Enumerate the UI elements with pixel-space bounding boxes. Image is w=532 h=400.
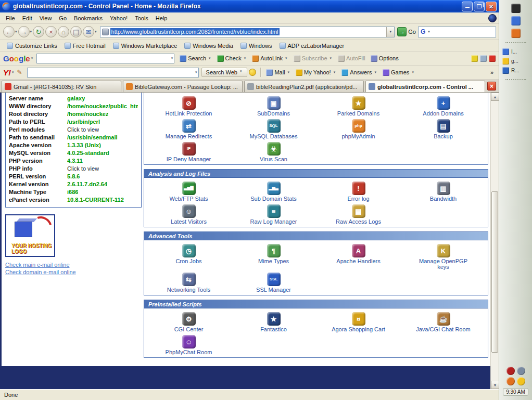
reload-icon[interactable]: ↻ — [33, 26, 44, 37]
google-search-input[interactable] — [36, 54, 174, 63]
ssl-manager[interactable]: SSLSSL Manager — [231, 271, 316, 294]
minimize-icon[interactable] — [462, 2, 473, 11]
raw-log-manager[interactable]: ≡Raw Log Manager — [231, 203, 316, 226]
yahoo-search-web-button[interactable]: Search Web — [201, 68, 248, 77]
tab-biblegateway-com-passage-looku[interactable]: BibleGateway.com - Passage Lookup: ... — [123, 81, 243, 92]
hotlink-protection[interactable]: ⊘HotLink Protection — [146, 95, 231, 118]
yahoo-emoticon-icon[interactable] — [249, 69, 256, 76]
ip-deny-manager[interactable]: IPIP Deny Manager — [146, 140, 231, 163]
home-icon[interactable]: ⌂ — [58, 26, 69, 37]
bookmark-windows-marketplace[interactable]: Windows Marketplace — [109, 42, 181, 49]
tab-gmail-rgt-841035-rv-skin[interactable]: Gmail - [#RGT-841035]: RV Skin — [2, 81, 121, 92]
people-icon[interactable] — [517, 367, 525, 375]
parked-domains[interactable]: ★Parked Domains — [316, 95, 401, 118]
menu-tools[interactable]: Tools — [131, 14, 152, 22]
java-cgi-chat-room[interactable]: ☕Java/CGI Chat Room — [401, 311, 486, 333]
go-button[interactable]: Go — [397, 27, 416, 36]
apache-handlers[interactable]: AApache Handlers — [316, 242, 401, 271]
menu-edit[interactable]: Edit — [19, 14, 36, 22]
google-logo[interactable]: Google — [3, 54, 30, 63]
dropdown-caret-icon[interactable] — [95, 30, 97, 34]
yahoo-answers-button[interactable]: Answers — [339, 68, 380, 77]
print-icon[interactable]: ▤ — [70, 26, 82, 37]
cgi-center[interactable]: ⚙CGI Center — [146, 311, 231, 333]
scrollbar-thumb[interactable] — [491, 191, 498, 353]
bookmark-adp-ezlabormanager[interactable]: ADP ezLaborManager — [276, 42, 348, 49]
tray-i[interactable]: I... — [502, 48, 532, 55]
mime-types[interactable]: ¶Mime Types — [231, 242, 316, 271]
restore-icon[interactable] — [474, 2, 485, 11]
email-link-check-domain-e-mail-onli[interactable]: Check domain e-mail online — [5, 269, 142, 275]
yahoo-mail-button[interactable]: Mail — [263, 68, 293, 77]
dropdown-caret-icon[interactable] — [30, 30, 32, 34]
sub-domain-stats[interactable]: ▂▅▃Sub Domain Stats — [231, 180, 316, 203]
error-log[interactable]: !Error log — [316, 180, 401, 203]
google-check-button[interactable]: Check — [214, 54, 250, 63]
networking-tools[interactable]: ⇆Networking Tools — [146, 271, 231, 294]
yahoo-my-yahoo-button[interactable]: My Yahoo! — [293, 68, 339, 77]
web-ftp-stats[interactable]: ▃▅▇Web/FTP Stats — [146, 180, 231, 203]
back-icon[interactable]: ← — [3, 26, 17, 37]
gmail-m-icon[interactable] — [489, 55, 496, 62]
tray-g[interactable]: g... — [502, 58, 532, 64]
virus-scan[interactable]: ☣Virus Scan — [231, 140, 316, 163]
mail-icon[interactable]: ✉ — [83, 26, 97, 37]
addon-domains[interactable]: +Addon Domains — [401, 95, 486, 118]
phpmyadmin[interactable]: phpphpMyAdmin — [316, 118, 401, 140]
vertical-scrollbar[interactable] — [490, 93, 499, 389]
agora-shopping-cart[interactable]: ¤Agora Shopping Cart — [316, 311, 401, 333]
url-dropdown-icon[interactable] — [386, 27, 394, 37]
menu-bookmarks[interactable]: Bookmarks — [70, 14, 106, 22]
zoom-icon[interactable] — [480, 55, 487, 62]
forward-icon[interactable]: → — [18, 26, 32, 37]
manage-redirects[interactable]: ⇄Manage Redirects — [146, 118, 231, 140]
search-input[interactable]: G — [418, 27, 496, 37]
firefox-app-icon[interactable] — [511, 29, 521, 38]
phpmychat-room[interactable]: ☺PhpMyChat Room — [146, 333, 231, 356]
menu-view[interactable]: View — [36, 14, 56, 22]
fantastico[interactable]: ★Fantastico — [231, 311, 316, 333]
yahoo-logo-caret-icon[interactable] — [12, 70, 14, 74]
blue-app-icon[interactable] — [511, 16, 521, 25]
smiley-icon[interactable] — [517, 377, 525, 385]
menu-yahoo[interactable]: Yahoo! — [106, 14, 131, 22]
url-bar[interactable]: http://www.globaltrustintlcorp.com:2082/… — [100, 27, 395, 37]
highlighter-icon[interactable] — [471, 55, 478, 62]
menu-help[interactable]: Help — [152, 14, 171, 22]
yahoo-logo[interactable]: Y! — [3, 68, 11, 77]
search-dropdown-icon[interactable] — [428, 30, 430, 34]
yahoo-games-button[interactable]: Games — [380, 68, 417, 77]
dropdown-caret-icon[interactable] — [15, 30, 17, 34]
bookmark-windows-media[interactable]: Windows Media — [181, 42, 237, 49]
phone-icon[interactable] — [506, 377, 515, 385]
stop-icon[interactable]: × — [45, 26, 57, 37]
tray-r[interactable]: R... — [502, 67, 532, 74]
google-search-button[interactable]: Search — [177, 54, 214, 63]
keyboard-icon[interactable] — [511, 4, 521, 13]
yahoo-search-input[interactable] — [27, 68, 199, 78]
cron-jobs[interactable]: ◷Cron Jobs — [146, 242, 231, 271]
raw-access-logs[interactable]: ▤Raw Access Logs — [316, 203, 401, 226]
tab-biblereadingplan2-pdf-applicat[interactable]: bibleReadingPlan2.pdf (application/pd... — [244, 81, 364, 92]
google-autolink-button[interactable]: AutoLink — [249, 54, 290, 63]
scroll-down-icon[interactable] — [491, 381, 499, 389]
menu-go[interactable]: Go — [55, 14, 70, 22]
tab-globaltrustintlcorp-com-contro[interactable]: globaltrustintlcorp.com - Control ... — [365, 81, 485, 92]
pencil-icon[interactable]: ✎ — [17, 69, 22, 76]
mysql-databases[interactable]: SQLMySQL Databases — [231, 118, 316, 140]
red-badge-icon[interactable] — [506, 367, 515, 375]
bookmark-windows[interactable]: Windows — [237, 42, 276, 49]
scroll-up-icon[interactable] — [491, 93, 499, 101]
bookmark-customize-links[interactable]: Customize Links — [3, 42, 61, 49]
google-options-button[interactable]: Options — [368, 54, 401, 63]
menu-file[interactable]: File — [2, 14, 19, 22]
close-icon[interactable]: × — [486, 2, 497, 11]
backup[interactable]: ▤Backup — [401, 118, 486, 140]
email-link-check-main-e-mail-online[interactable]: Check main e-mail online — [5, 262, 142, 268]
bookmark-free-hotmail[interactable]: Free Hotmail — [61, 42, 109, 49]
toolbar-overflow-chevron[interactable]: » — [488, 69, 496, 75]
bandwidth[interactable]: ▥Bandwidth — [401, 180, 486, 203]
google-logo-caret-icon[interactable] — [31, 56, 33, 60]
google-input-caret-icon[interactable] — [171, 56, 173, 60]
subdomains[interactable]: ▣SubDomains — [231, 95, 316, 118]
